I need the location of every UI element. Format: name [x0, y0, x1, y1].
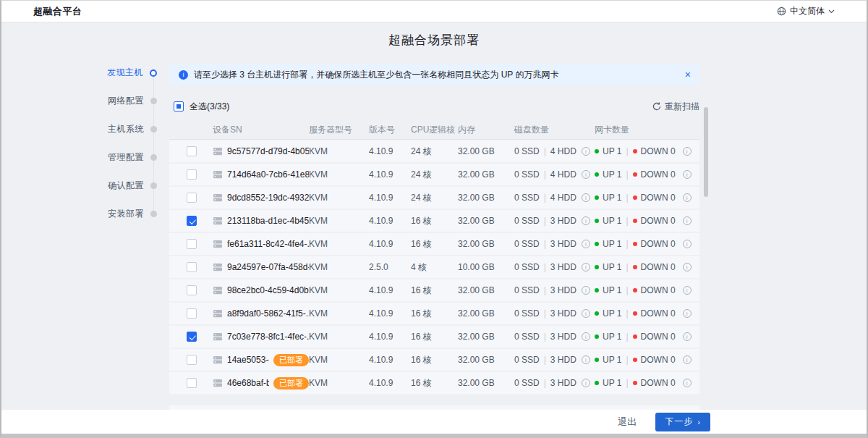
row-select-cell: [169, 169, 205, 180]
column-memory: 内存: [458, 124, 514, 136]
nic-info-icon[interactable]: i: [683, 379, 692, 387]
row-checkbox[interactable]: [187, 355, 197, 365]
row-checkbox[interactable]: [187, 308, 197, 319]
nic-up-count: UP 1: [603, 332, 621, 342]
row-checkbox[interactable]: [187, 239, 197, 249]
row-select-cell: [169, 216, 205, 226]
disk-count-cell: 0 SSD|3 HDD i: [514, 355, 595, 365]
divider: |: [544, 355, 546, 365]
column-disk-count: 磁盘数量: [514, 124, 595, 136]
ssd-count: 0 SSD: [514, 332, 540, 342]
nic-count-cell: UP 1 | DOWN 0 i: [595, 308, 699, 319]
table-row[interactable]: 9c57577d-d79d-4b05... KVM 4.10.9 24 核 32…: [169, 140, 699, 162]
nic-info-icon[interactable]: i: [683, 263, 692, 271]
device-sn-cell: 9c57577d-d79d-4b05...: [205, 146, 309, 156]
down-status-dot: [633, 195, 637, 200]
up-status-dot: [595, 149, 599, 153]
disk-info-icon[interactable]: i: [582, 309, 590, 318]
disk-info-icon[interactable]: i: [582, 355, 590, 364]
row-checkbox[interactable]: [187, 146, 197, 156]
disk-info-icon[interactable]: i: [582, 147, 590, 156]
disk-info-icon[interactable]: i: [582, 193, 590, 202]
table-row[interactable]: 98ce2bc0-4c59-4d0b... KVM 4.10.9 16 核 32…: [169, 279, 699, 301]
nic-info-icon[interactable]: i: [683, 286, 692, 295]
next-step-button[interactable]: 下一步 ›: [655, 413, 710, 431]
close-icon[interactable]: ×: [685, 70, 691, 80]
divider: |: [544, 146, 546, 156]
disk-info-icon[interactable]: i: [582, 263, 590, 271]
nic-info-icon[interactable]: i: [683, 355, 692, 364]
disk-info-icon[interactable]: i: [582, 170, 590, 179]
down-status-dot: [633, 288, 637, 292]
disk-info-icon[interactable]: i: [582, 240, 590, 248]
up-status-dot: [595, 242, 599, 246]
version: 4.10.9: [369, 332, 411, 342]
row-checkbox[interactable]: [187, 216, 197, 226]
exit-button[interactable]: 退出: [618, 416, 637, 429]
device-sn: 213118ba-d1ec-4b45...: [227, 216, 309, 226]
up-status-dot: [595, 195, 599, 200]
nic-count-cell: UP 1 | DOWN 0 i: [595, 262, 699, 272]
step-confirm-config[interactable]: 确认配置: [81, 172, 157, 200]
select-all-checkbox[interactable]: [174, 101, 184, 111]
step-management-config[interactable]: 管理配置: [81, 143, 157, 172]
cpu-cores: 16 核: [411, 308, 458, 320]
nic-count-cell: UP 1 | DOWN 0 i: [595, 146, 699, 156]
nic-info-icon[interactable]: i: [683, 193, 692, 202]
device-sn: 9dcd8552-19dc-4932...: [227, 193, 309, 203]
step-network-config[interactable]: 网络配置: [81, 87, 157, 115]
step-host-system[interactable]: 主机系统: [81, 115, 157, 143]
host-icon: [213, 193, 223, 202]
divider: |: [544, 193, 546, 203]
select-all-label: 全选(3/33): [190, 101, 229, 113]
cpu-cores: 16 核: [411, 377, 458, 389]
table-row[interactable]: 213118ba-d1ec-4b45... KVM 4.10.9 16 核 32…: [169, 210, 699, 232]
nic-info-icon[interactable]: i: [683, 309, 692, 318]
scrollbar-thumb[interactable]: [704, 107, 708, 197]
cpu-cores: 16 核: [411, 238, 458, 250]
table-row[interactable]: 714d64a0-7cb6-41e8... KVM 4.10.9 24 核 32…: [169, 164, 699, 185]
cpu-cores: 24 核: [411, 169, 458, 181]
nic-info-icon[interactable]: i: [683, 240, 692, 248]
row-checkbox[interactable]: [187, 169, 197, 180]
disk-info-icon[interactable]: i: [582, 379, 590, 387]
nic-up-count: UP 1: [603, 193, 621, 203]
table-row[interactable]: 7c03e778-8fc1-4fec-... KVM 4.10.9 16 核 3…: [169, 326, 699, 348]
ssd-count: 0 SSD: [514, 378, 540, 388]
table-row[interactable]: 9a24597e-07fa-458d-... KVM 2.5.0 4 核 10.…: [169, 256, 699, 278]
select-all-control[interactable]: 全选(3/33): [174, 101, 229, 113]
row-checkbox[interactable]: [187, 332, 197, 342]
memory: 32.00 GB: [458, 216, 514, 226]
table-row[interactable]: 46e68baf-bc... 已部署 KVM 4.10.9 16 核 32.00…: [169, 372, 699, 394]
table-row[interactable]: 14ae5053-d... 已部署 KVM 4.10.9 16 核 32.00 …: [169, 349, 699, 371]
row-checkbox[interactable]: [187, 285, 197, 295]
table-row[interactable]: 9dcd8552-19dc-4932... KVM 4.10.9 24 核 32…: [169, 187, 699, 209]
divider: |: [626, 262, 628, 272]
row-checkbox[interactable]: [187, 378, 197, 388]
ssd-count: 0 SSD: [514, 308, 540, 319]
disk-info-icon[interactable]: i: [582, 286, 590, 295]
rescan-label: 重新扫描: [665, 101, 699, 113]
nic-info-icon[interactable]: i: [683, 170, 692, 179]
down-status-dot: [633, 334, 637, 339]
ssd-count: 0 SSD: [514, 146, 540, 156]
disk-info-icon[interactable]: i: [582, 332, 590, 341]
disk-count-cell: 0 SSD|4 HDD i: [514, 169, 595, 180]
row-checkbox[interactable]: [187, 262, 197, 272]
table-row[interactable]: fe61a311-8c42-4fe4-... KVM 4.10.9 16 核 3…: [169, 233, 699, 255]
nic-info-icon[interactable]: i: [683, 147, 692, 156]
nic-count-cell: UP 1 | DOWN 0 i: [595, 355, 699, 365]
nic-info-icon[interactable]: i: [683, 216, 692, 225]
step-install-deploy[interactable]: 安装部署: [81, 200, 157, 228]
footer-bar: 退出 下一步 ›: [1, 410, 867, 434]
disk-info-icon[interactable]: i: [582, 216, 590, 225]
language-selector[interactable]: 中文简体: [777, 5, 835, 17]
nic-info-icon[interactable]: i: [683, 332, 692, 341]
table-row[interactable]: a8f9daf0-5862-41f5-... KVM 4.10.9 16 核 3…: [169, 303, 699, 324]
nic-up-count: UP 1: [603, 355, 621, 365]
ssd-count: 0 SSD: [514, 262, 540, 272]
rescan-button[interactable]: 重新扫描: [652, 101, 699, 113]
step-discover-hosts[interactable]: 发现主机: [81, 59, 157, 87]
row-checkbox[interactable]: [187, 193, 197, 203]
up-status-dot: [595, 358, 599, 362]
